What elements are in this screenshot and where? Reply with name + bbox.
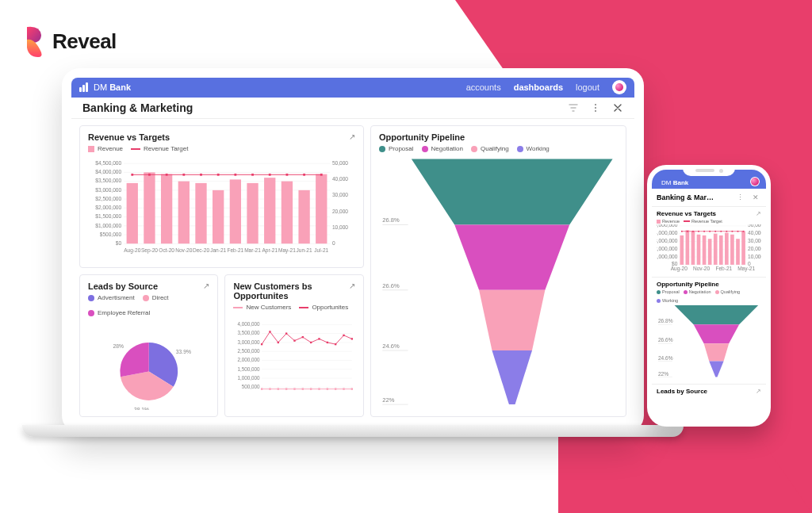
legend-item: Revenue Target xyxy=(144,145,188,152)
svg-text:1,000,000: 1,000,000 xyxy=(238,375,261,381)
bottom-left-pair: ↗ Leads by Source Advertisment Direct Em… xyxy=(79,274,364,417)
svg-text:Oct-20: Oct-20 xyxy=(159,248,174,254)
svg-text:Mar-21: Mar-21 xyxy=(244,248,261,254)
svg-text:$1,000,000: $1,000,000 xyxy=(95,223,121,228)
legend: Revenue Revenue Target xyxy=(657,219,761,224)
expand-icon[interactable]: ↗ xyxy=(349,132,355,141)
card-newcust-title: New Customers bs Opportunites xyxy=(233,281,354,301)
svg-point-1 xyxy=(595,107,596,109)
legend-item: Revenue xyxy=(98,145,123,152)
avatar[interactable] xyxy=(612,80,626,94)
svg-rect-36 xyxy=(247,183,258,243)
svg-rect-38 xyxy=(282,182,293,244)
svg-text:26.6%: 26.6% xyxy=(658,338,673,343)
svg-text:Jun-21: Jun-21 xyxy=(297,248,312,254)
more-icon[interactable]: ⋮ xyxy=(734,192,745,203)
app-name-bold: Bank xyxy=(109,82,131,92)
chart-pie: 33.9%38.1%28% xyxy=(88,318,209,410)
svg-marker-74 xyxy=(492,350,531,404)
svg-text:2,500,000: 2,500,000 xyxy=(238,348,261,354)
more-icon[interactable] xyxy=(590,102,601,113)
svg-text:Feb-21: Feb-21 xyxy=(227,248,243,254)
phone-card-funnel: Opportunity Pipeline Proposal Negotiatio… xyxy=(652,277,766,383)
svg-text:$2,000,000: $2,000,000 xyxy=(95,205,121,211)
dashboard-grid: ↗ Revenue vs Targets Revenue Revenue Tar… xyxy=(71,119,634,423)
svg-text:500,000: 500,000 xyxy=(242,384,260,389)
svg-rect-30 xyxy=(144,173,155,244)
close-icon[interactable] xyxy=(612,102,623,113)
app-logo-icon xyxy=(79,82,89,92)
svg-rect-32 xyxy=(178,182,190,244)
avatar[interactable] xyxy=(750,177,760,186)
svg-text:40,000: 40,000 xyxy=(332,177,348,182)
svg-text:30,000: 30,000 xyxy=(332,193,348,198)
svg-text:Apr-21: Apr-21 xyxy=(262,248,278,255)
svg-text:Dec-20: Dec-20 xyxy=(193,248,209,254)
svg-text:20,000: 20,000 xyxy=(332,209,348,214)
svg-point-2 xyxy=(595,110,596,112)
svg-text:Aug-20: Aug-20 xyxy=(124,248,140,255)
chart-revenue-mobile: $5,000,000$4,000,000$3,000,000$2,000,000… xyxy=(657,224,761,272)
card-funnel-title: Opportunity Pipeline xyxy=(379,132,618,142)
legend-item: Proposal xyxy=(389,145,414,152)
svg-marker-172 xyxy=(704,344,729,362)
expand-icon[interactable]: ↗ xyxy=(756,210,761,217)
svg-rect-40 xyxy=(316,174,327,244)
phone-screen: DM Bank Banking & Mar… ⋮ ✕ ↗ Revenue vs … xyxy=(652,170,766,422)
legend-item: Advertisment xyxy=(98,294,135,301)
svg-rect-33 xyxy=(195,183,206,243)
nav-logout[interactable]: logout xyxy=(576,82,599,92)
svg-text:$3,500,000: $3,500,000 xyxy=(95,178,121,184)
nav-links: accounts dashboards logout xyxy=(466,80,626,94)
svg-text:Feb-21: Feb-21 xyxy=(715,266,732,271)
brand-name: Reveal xyxy=(52,29,117,54)
svg-text:24.6%: 24.6% xyxy=(658,355,673,361)
page-titlebar: Banking & Marketing xyxy=(71,98,634,120)
app-brand: DM Bank xyxy=(79,82,131,92)
card-title: Opportunity Pipeline xyxy=(657,281,761,288)
page-title: Banking & Marketing xyxy=(82,101,193,114)
svg-text:$4,000,000: $4,000,000 xyxy=(657,230,678,235)
legend-revenue: Revenue Revenue Target xyxy=(88,145,355,152)
svg-rect-143 xyxy=(708,239,712,265)
nav-accounts[interactable]: accounts xyxy=(466,82,501,92)
close-icon[interactable]: ✕ xyxy=(750,192,761,203)
laptop-base xyxy=(22,425,684,437)
svg-text:26.8%: 26.8% xyxy=(658,319,673,324)
svg-text:$4,500,000: $4,500,000 xyxy=(95,160,121,166)
svg-text:$0: $0 xyxy=(116,241,122,247)
svg-text:$1,500,000: $1,500,000 xyxy=(95,214,121,220)
svg-rect-142 xyxy=(703,235,707,265)
legend-item: Working xyxy=(527,145,550,152)
window-titlebar: DM Bank accounts dashboards logout xyxy=(71,78,634,98)
legend-newcust: New Customers Opportunites xyxy=(233,304,354,311)
card-revenue: ↗ Revenue vs Targets Revenue Revenue Tar… xyxy=(79,125,364,268)
card-title: Revenue vs Targets xyxy=(657,210,761,217)
brand-logo: Reveal xyxy=(22,25,117,57)
svg-rect-145 xyxy=(719,235,723,265)
svg-rect-146 xyxy=(725,233,729,265)
svg-text:24.6%: 24.6% xyxy=(382,343,400,350)
svg-rect-139 xyxy=(686,230,690,265)
card-leads: ↗ Leads by Source Advertisment Direct Em… xyxy=(79,274,218,417)
svg-marker-166 xyxy=(675,305,759,324)
svg-text:May-21: May-21 xyxy=(278,248,296,255)
svg-text:1,500,000: 1,500,000 xyxy=(238,366,261,372)
svg-text:50,000: 50,000 xyxy=(748,224,761,228)
svg-marker-169 xyxy=(694,324,739,343)
svg-text:2,000,000: 2,000,000 xyxy=(238,358,261,363)
svg-text:Aug-20: Aug-20 xyxy=(671,266,688,272)
svg-text:May-21: May-21 xyxy=(737,266,755,272)
app-window: DM Bank accounts dashboards logout Banki… xyxy=(71,78,634,423)
nav-dashboards[interactable]: dashboards xyxy=(514,82,563,92)
svg-marker-71 xyxy=(479,290,545,350)
expand-icon[interactable]: ↗ xyxy=(203,281,209,290)
svg-rect-34 xyxy=(213,190,224,243)
chart-revenue: $0$500,000$1,000,000$1,500,000$2,000,000… xyxy=(88,154,355,261)
expand-icon[interactable]: ↗ xyxy=(349,281,355,290)
svg-rect-147 xyxy=(730,235,734,265)
filter-icon[interactable] xyxy=(568,102,579,113)
svg-text:Sep-20: Sep-20 xyxy=(141,248,158,255)
svg-point-0 xyxy=(595,104,596,105)
expand-icon[interactable]: ↗ xyxy=(756,388,761,395)
